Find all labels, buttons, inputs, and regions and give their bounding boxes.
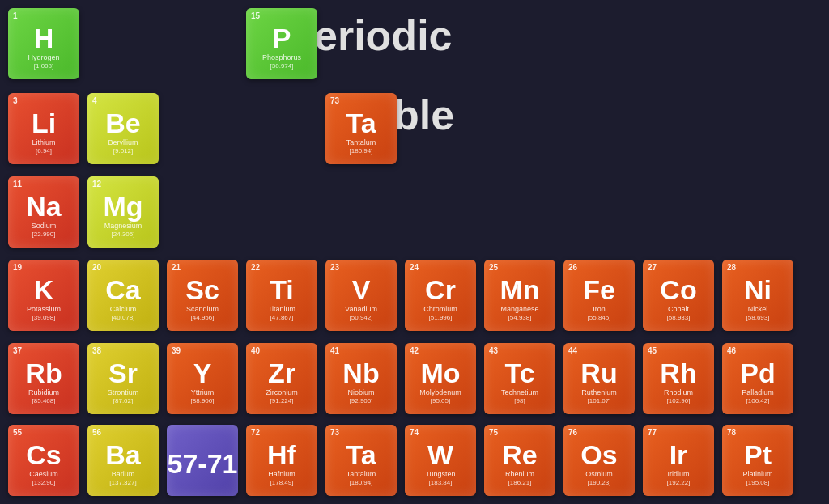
element-name: Tungsten: [425, 470, 455, 478]
element-mass: [44.956]: [191, 314, 215, 321]
element-symbol: Na: [26, 193, 61, 220]
element-number: 46: [727, 346, 736, 355]
element-re[interactable]: 75ReRhenium[186.21]: [484, 425, 555, 496]
element-k[interactable]: 19KPotassium[39.098]: [8, 260, 79, 331]
element-57-71[interactable]: 57-71: [167, 425, 238, 496]
element-mass: [180.94]: [350, 147, 373, 155]
element-y[interactable]: 39YYttrium[88.906]: [167, 343, 238, 414]
element-cr[interactable]: 24CrChromium[51.996]: [405, 260, 476, 331]
element-rh[interactable]: 45RhRhodium[102.90]: [643, 343, 714, 414]
element-mass: [22.990]: [32, 231, 56, 238]
element-mg[interactable]: 12MgMagnesium[24.305]: [87, 176, 159, 248]
element-name: Hydrogen: [28, 53, 59, 61]
element-mass: [91.224]: [270, 397, 294, 404]
element-number: 78: [727, 428, 736, 437]
element-cs[interactable]: 55CsCaesium[132.90]: [8, 425, 79, 496]
element-symbol: Ca: [105, 276, 140, 303]
element-symbol: Ba: [105, 441, 140, 468]
element-ca[interactable]: 20CaCalcium[40.078]: [87, 260, 159, 331]
element-symbol: Cr: [425, 276, 456, 303]
element-name: Phosphorus: [262, 53, 301, 61]
element-mn[interactable]: 25MnManganese[54.938]: [484, 260, 555, 331]
element-mass: [192.22]: [667, 479, 691, 486]
element-mass: [106.42]: [746, 397, 770, 404]
element-number: 43: [489, 346, 498, 355]
element-name: Manganese: [500, 305, 538, 313]
element-mass: [50.942]: [350, 314, 373, 321]
element-symbol: 57-71: [168, 450, 238, 477]
element-co[interactable]: 27CoCobalt[58.933]: [643, 260, 714, 331]
element-mass: [92.906]: [350, 397, 373, 404]
element-sc[interactable]: 21ScScandium[44.956]: [167, 260, 238, 331]
element-symbol: Ti: [270, 276, 294, 303]
element-v[interactable]: 23VVanadium[50.942]: [325, 260, 397, 331]
element-zr[interactable]: 40ZrZirconium[91.224]: [246, 343, 317, 414]
element-number: 40: [251, 346, 260, 355]
element-h[interactable]: 1HHydrogen[1.008]: [8, 8, 79, 79]
element-ir[interactable]: 77IrIridium[192.22]: [643, 425, 714, 496]
element-mass: [6.94]: [36, 147, 52, 155]
element-mass: [186.21]: [508, 479, 532, 486]
element-symbol: Os: [580, 441, 617, 468]
element-name: Osmium: [585, 470, 613, 478]
element-number: 22: [251, 263, 260, 272]
element-ba[interactable]: 56BaBarium[137.327]: [87, 425, 159, 496]
element-p[interactable]: 15PPhosphorus[30.974]: [246, 8, 317, 79]
element-ti[interactable]: 22TiTitanium[47.867]: [246, 260, 317, 331]
element-number: 73: [330, 96, 339, 105]
element-symbol: Pd: [740, 359, 775, 387]
element-symbol: Li: [32, 109, 56, 137]
element-number: 12: [92, 180, 101, 188]
element-pd[interactable]: 46PdPalladium[106.42]: [722, 343, 793, 414]
element-mass: [24.305]: [112, 231, 135, 238]
element-li[interactable]: 3LiLithium[6.94]: [8, 93, 79, 164]
element-name: Rhodium: [664, 388, 693, 396]
element-symbol: Rb: [25, 359, 62, 387]
element-symbol: Re: [502, 441, 537, 468]
element-name: Titanium: [268, 305, 295, 313]
element-fe[interactable]: 26FeIron[55.845]: [563, 260, 635, 331]
element-name: Tantalum: [346, 138, 376, 146]
element-rb[interactable]: 37RbRubidium[85.468]: [8, 343, 79, 414]
element-mass: [9.012]: [113, 147, 133, 155]
element-mass: [88.906]: [191, 397, 215, 404]
element-number: 25: [489, 263, 498, 272]
element-tc[interactable]: 43TcTechnetium[98]: [484, 343, 555, 414]
element-number: 23: [330, 263, 339, 272]
element-symbol: Cs: [26, 441, 61, 468]
element-name: Tantalum: [346, 470, 376, 478]
element-name: Lithium: [32, 138, 55, 146]
element-ta[interactable]: 73TaTantalum[180.94]: [325, 425, 397, 496]
element-number: 42: [410, 346, 419, 355]
element-sr[interactable]: 38SrStrontium[87.62]: [87, 343, 159, 414]
element-mo[interactable]: 42MoMolybdenum[95.05]: [405, 343, 476, 414]
element-w[interactable]: 74WTungsten[183.84]: [405, 425, 476, 496]
element-mass: [98]: [514, 397, 525, 404]
element-pt[interactable]: 78PtPlatinium[195.08]: [722, 425, 793, 496]
element-mass: [102.90]: [667, 397, 691, 404]
element-os[interactable]: 76OsOsmium[190.23]: [563, 425, 635, 496]
element-ru[interactable]: 44RuRuthenium[101.07]: [563, 343, 635, 414]
element-name: Calcium: [110, 305, 137, 313]
element-ni[interactable]: 28NiNickel[58.693]: [722, 260, 793, 331]
element-number: 28: [727, 263, 736, 272]
element-be[interactable]: 4BeBeryllium[9.012]: [87, 93, 159, 164]
element-mass: [47.867]: [270, 314, 294, 321]
element-mass: [132.90]: [32, 479, 56, 486]
element-name: Technetium: [501, 388, 538, 396]
element-number: 72: [251, 428, 260, 437]
element-symbol: Nb: [342, 359, 379, 387]
element-symbol: Mg: [103, 193, 142, 220]
element-symbol: Y: [193, 359, 212, 387]
element-na[interactable]: 11NaSodium[22.990]: [8, 176, 79, 248]
element-nb[interactable]: 41NbNiobium[92.906]: [325, 343, 397, 414]
element-symbol: Mo: [420, 359, 460, 387]
element-name: Scandium: [186, 305, 219, 313]
element-name: Caesium: [29, 470, 58, 478]
element-mass: [180.94]: [350, 479, 373, 486]
element-symbol: Ta: [346, 109, 376, 137]
element-hf[interactable]: 72HfHafnium[178.49]: [246, 425, 317, 496]
element-ta[interactable]: 73TaTantalum[180.94]: [325, 93, 397, 164]
element-mass: [101.07]: [588, 397, 611, 404]
element-symbol: K: [34, 276, 54, 303]
